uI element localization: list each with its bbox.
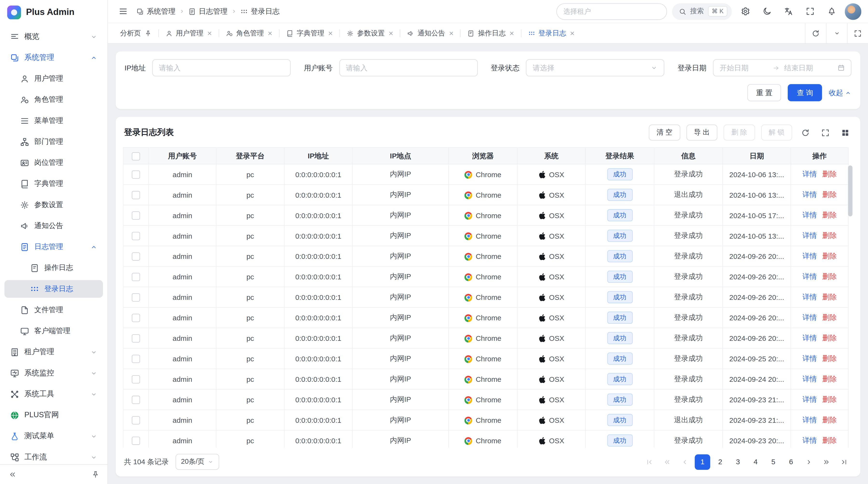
detail-link[interactable]: 详情 [802,231,817,239]
delete-link[interactable]: 删除 [823,354,837,362]
breadcrumb-item[interactable]: 日志管理 [188,6,227,16]
delete-link[interactable]: 删除 [823,190,837,199]
login-status-select[interactable]: 请选择 [526,59,664,76]
row-checkbox[interactable] [132,191,140,199]
close-tab-icon[interactable]: × [268,29,273,37]
sidebar-item-test-menu[interactable]: 测试菜单 [4,427,103,445]
detail-link[interactable]: 详情 [802,272,817,281]
delete-link[interactable]: 删除 [823,293,837,301]
sidebar-item-dict-management[interactable]: 字典管理 [4,175,103,193]
close-tab-icon[interactable]: × [509,29,514,37]
ip-address-input[interactable] [152,59,291,76]
delete-link[interactable]: 删除 [823,416,837,424]
sidebar-item-workflow[interactable]: 工作流 [4,448,103,464]
page-3-button[interactable]: 3 [730,454,745,470]
tab-analysis[interactable]: 分析页 [114,23,158,43]
sidebar-item-param-settings[interactable]: 参数设置 [4,196,103,214]
next-5-pages-button[interactable] [819,454,834,470]
toggle-menu-button[interactable] [115,3,131,20]
login-date-range[interactable]: 开始日期结束日期 [713,59,851,76]
user-account-input[interactable] [339,59,478,76]
tenant-select-input[interactable] [563,7,659,15]
detail-link[interactable]: 详情 [802,395,817,403]
close-tab-icon[interactable]: × [570,29,575,37]
delete-link[interactable]: 删除 [823,252,837,260]
breadcrumb-item[interactable]: 系统管理 [136,6,176,16]
row-checkbox[interactable] [132,252,140,261]
page-1-button[interactable]: 1 [695,454,710,470]
export-button[interactable]: 导 出 [686,125,717,141]
next-page-button[interactable] [801,454,816,470]
delete-link[interactable]: 删除 [823,272,837,281]
page-2-button[interactable]: 2 [712,454,728,470]
tenant-select[interactable] [556,3,667,20]
tab-notice[interactable]: 通知公告× [401,23,460,43]
close-tab-icon[interactable]: × [449,29,454,37]
collapse-filter-link[interactable]: 收起 [829,88,851,98]
row-checkbox[interactable] [132,416,140,424]
query-button[interactable]: 查 询 [788,84,822,101]
sidebar-item-system-management[interactable]: 系统管理 [4,49,103,66]
avatar[interactable] [845,3,862,20]
fullscreen-button[interactable] [802,3,818,20]
delete-link[interactable]: 删除 [823,231,837,239]
reset-button[interactable]: 重 置 [747,84,781,101]
detail-link[interactable]: 详情 [802,293,817,301]
page-size-select[interactable]: 20条/页 [176,454,219,470]
sidebar-item-notice[interactable]: 通知公告 [4,217,103,234]
language-button[interactable] [780,3,797,20]
tab-param-settings[interactable]: 参数设置× [340,23,400,43]
sidebar-item-system-tools[interactable]: 系统工具 [4,385,103,403]
sidebar-item-role-management[interactable]: 角色管理 [4,91,103,108]
tab-user-management[interactable]: 用户管理× [159,23,218,43]
delete-link[interactable]: 删除 [823,333,837,342]
tab-login-log[interactable]: 登录日志× [521,23,581,43]
detail-link[interactable]: 详情 [802,211,817,219]
page-5-button[interactable]: 5 [766,454,781,470]
delete-link[interactable]: 删除 [823,375,837,383]
sidebar-item-dept-management[interactable]: 部门管理 [4,133,103,151]
content-fullscreen-button[interactable] [847,23,868,43]
sidebar-item-client-management[interactable]: 客户端管理 [4,322,103,340]
sidebar-item-tenant-management[interactable]: 租户管理 [4,343,103,361]
tab-dict-management[interactable]: 字典管理× [279,23,339,43]
sidebar-item-overview[interactable]: 概览 [4,28,103,45]
sidebar-item-plus-website[interactable]: PLUS官网 [4,406,103,424]
logo[interactable]: Plus Admin [0,0,107,24]
sidebar-item-menu-management[interactable]: 菜单管理 [4,112,103,129]
unlock-button[interactable]: 解 锁 [761,125,792,141]
row-checkbox[interactable] [132,355,140,363]
detail-link[interactable]: 详情 [802,313,817,321]
delete-link[interactable]: 删除 [823,436,837,444]
delete-link[interactable]: 删除 [823,395,837,403]
tab-operation-log[interactable]: 操作日志× [461,23,521,43]
sidebar-item-user-management[interactable]: 用户管理 [4,70,103,87]
detail-link[interactable]: 详情 [802,333,817,342]
collapse-sidebar-button[interactable] [5,467,20,482]
tab-role-management[interactable]: 角色管理× [219,23,279,43]
sidebar-item-operation-log[interactable]: 操作日志 [4,259,103,277]
column-settings-button[interactable] [838,126,852,139]
refresh-table-button[interactable] [798,126,812,139]
page-6-button[interactable]: 6 [783,454,799,470]
prev-page-button[interactable] [677,454,692,470]
detail-link[interactable]: 详情 [802,252,817,260]
first-page-button[interactable] [642,454,657,470]
page-4-button[interactable]: 4 [748,454,763,470]
row-checkbox[interactable] [132,232,140,240]
clear-button[interactable]: 清 空 [649,125,680,141]
row-checkbox[interactable] [132,293,140,301]
tab-options-button[interactable] [826,23,847,43]
row-checkbox[interactable] [132,314,140,322]
sidebar-item-login-log[interactable]: 登录日志 [4,280,103,298]
detail-link[interactable]: 详情 [802,190,817,199]
pin-sidebar-button[interactable] [88,467,102,482]
row-checkbox[interactable] [132,375,140,384]
detail-link[interactable]: 详情 [802,416,817,424]
row-checkbox[interactable] [132,170,140,179]
row-checkbox[interactable] [132,396,140,404]
delete-button[interactable]: 删 除 [723,125,755,141]
notifications-button[interactable] [823,3,840,20]
row-checkbox[interactable] [132,334,140,343]
prev-5-pages-button[interactable] [659,454,675,470]
